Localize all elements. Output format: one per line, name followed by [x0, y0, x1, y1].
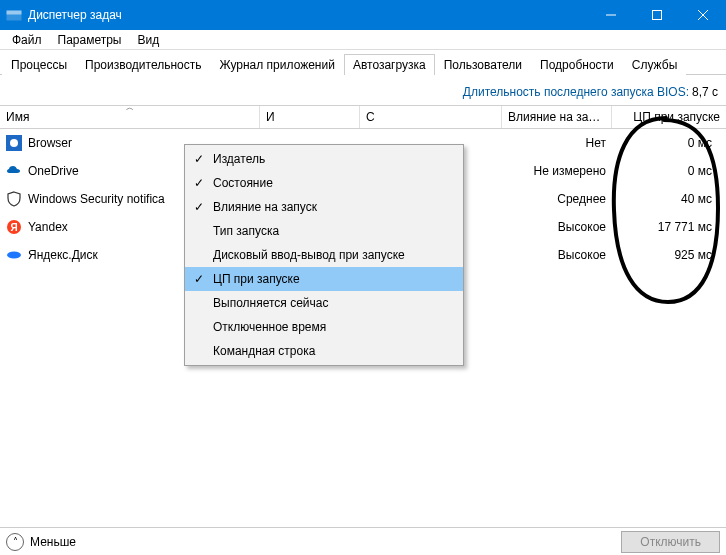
col-impact[interactable]: Влияние на за…	[502, 106, 612, 128]
titlebar: Диспетчер задач	[0, 0, 726, 30]
shield-icon	[6, 191, 22, 207]
footer: ˄ Меньше Отключить	[0, 527, 726, 555]
impact-value: Не измерено	[502, 164, 612, 178]
app-name: Яндекс.Диск	[28, 248, 98, 262]
ctx-item-startup-type[interactable]: Тип запуска	[185, 219, 463, 243]
browser-icon	[6, 135, 22, 151]
column-headers: Имя ︿ И С Влияние на за… ЦП при запуске	[0, 105, 726, 129]
maximize-button[interactable]	[634, 0, 680, 30]
svg-text:Я: Я	[10, 222, 17, 233]
svg-point-4	[10, 139, 18, 147]
minimize-button[interactable]	[588, 0, 634, 30]
check-icon: ✓	[185, 272, 213, 286]
col-name[interactable]: Имя ︿	[0, 106, 260, 128]
tab-services[interactable]: Службы	[623, 54, 686, 75]
close-button[interactable]	[680, 0, 726, 30]
menu-view[interactable]: Вид	[129, 31, 167, 49]
check-icon: ✓	[185, 200, 213, 214]
col-publisher[interactable]: И	[260, 106, 360, 128]
ctx-item-state[interactable]: ✓Состояние	[185, 171, 463, 195]
ctx-item-command-line[interactable]: Командная строка	[185, 339, 463, 363]
col-cpu[interactable]: ЦП при запуске	[612, 106, 726, 128]
ctx-item-disabled-time[interactable]: Отключенное время	[185, 315, 463, 339]
menu-options[interactable]: Параметры	[50, 31, 130, 49]
app-name: Yandex	[28, 220, 68, 234]
cpu-value: 925 мс	[612, 248, 726, 262]
svg-rect-1	[7, 11, 21, 14]
check-icon: ✓	[185, 152, 213, 166]
app-icon	[6, 7, 22, 23]
ctx-item-cpu-at-startup[interactable]: ✓ЦП при запуске	[185, 267, 463, 291]
tab-performance[interactable]: Производительность	[76, 54, 210, 75]
onedrive-icon	[6, 163, 22, 179]
svg-point-7	[7, 252, 21, 259]
menu-file[interactable]: Файл	[4, 31, 50, 49]
fewer-details-button[interactable]: ˄ Меньше	[6, 533, 76, 551]
col-state[interactable]: С	[360, 106, 502, 128]
tab-apphistory[interactable]: Журнал приложений	[211, 54, 344, 75]
tab-startup[interactable]: Автозагрузка	[344, 54, 435, 75]
window-title: Диспетчер задач	[28, 8, 588, 22]
col-name-label: Имя	[6, 110, 29, 124]
column-context-menu: ✓Издатель ✓Состояние ✓Влияние на запуск …	[184, 144, 464, 366]
bios-label: Длительность последнего запуска BIOS:	[463, 85, 689, 99]
impact-value: Среднее	[502, 192, 612, 206]
chevron-up-icon: ˄	[6, 533, 24, 551]
sort-indicator-icon: ︿	[126, 106, 134, 113]
impact-value: Нет	[502, 136, 612, 150]
bios-value: 8,7 с	[692, 85, 718, 99]
ctx-item-disk-io[interactable]: Дисковый ввод-вывод при запуске	[185, 243, 463, 267]
app-name: Windows Security notifica	[28, 192, 165, 206]
ctx-item-impact[interactable]: ✓Влияние на запуск	[185, 195, 463, 219]
cpu-value: 0 мс	[612, 164, 726, 178]
svg-rect-2	[653, 11, 662, 20]
disable-button[interactable]: Отключить	[621, 531, 720, 553]
impact-value: Высокое	[502, 220, 612, 234]
app-name: Browser	[28, 136, 72, 150]
impact-value: Высокое	[502, 248, 612, 262]
bios-duration: Длительность последнего запуска BIOS: 8,…	[0, 75, 726, 105]
cpu-value: 40 мс	[612, 192, 726, 206]
yandex-disk-icon	[6, 247, 22, 263]
check-icon: ✓	[185, 176, 213, 190]
fewer-details-label: Меньше	[30, 535, 76, 549]
menu-bar: Файл Параметры Вид	[0, 30, 726, 50]
ctx-item-running-now[interactable]: Выполняется сейчас	[185, 291, 463, 315]
cpu-value: 0 мс	[612, 136, 726, 150]
app-name: OneDrive	[28, 164, 79, 178]
ctx-item-publisher[interactable]: ✓Издатель	[185, 147, 463, 171]
tab-users[interactable]: Пользователи	[435, 54, 531, 75]
tab-strip: Процессы Производительность Журнал прило…	[0, 50, 726, 75]
yandex-icon: Я	[6, 219, 22, 235]
tab-details[interactable]: Подробности	[531, 54, 623, 75]
tab-processes[interactable]: Процессы	[2, 54, 76, 75]
cpu-value: 17 771 мс	[612, 220, 726, 234]
